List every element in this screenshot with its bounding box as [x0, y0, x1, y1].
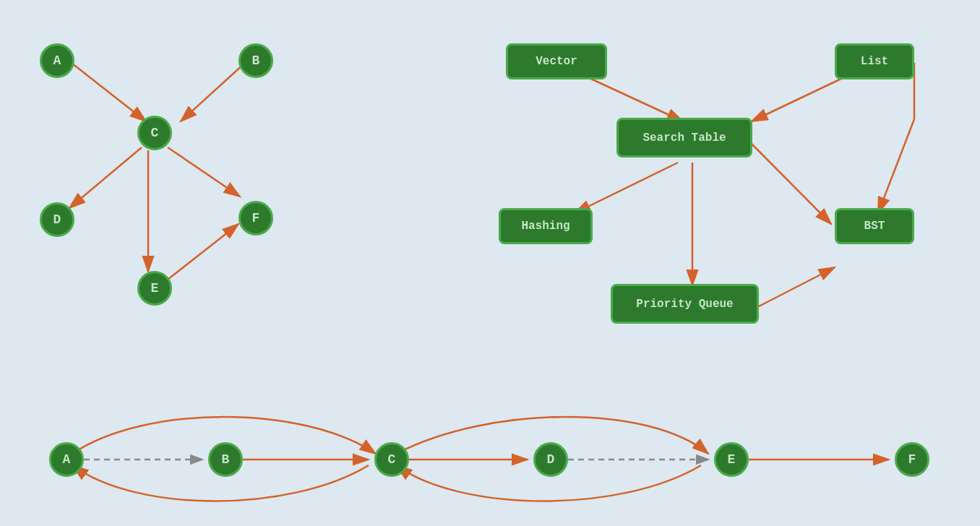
node-A-graph1: A	[40, 43, 74, 78]
svg-line-3	[72, 64, 146, 121]
svg-line-7	[168, 147, 240, 197]
node-D-graph1: D	[40, 202, 74, 237]
node-search-table: Search Table	[616, 118, 752, 158]
node-E-graph1: E	[137, 271, 172, 306]
node-E-graph3: E	[714, 442, 749, 477]
node-B-graph1: B	[238, 43, 273, 78]
svg-line-12	[878, 119, 914, 213]
node-list: List	[835, 43, 914, 79]
svg-line-8	[165, 224, 238, 282]
node-C-graph3: C	[374, 442, 409, 477]
svg-line-13	[575, 163, 678, 213]
svg-line-15	[750, 142, 831, 224]
node-C-graph1: C	[137, 116, 172, 150]
node-D-graph3: D	[533, 442, 568, 477]
svg-line-16	[757, 267, 835, 307]
node-A-graph3: A	[49, 442, 84, 477]
svg-line-5	[69, 147, 142, 208]
node-F-graph1: F	[238, 201, 273, 236]
svg-line-4	[181, 64, 244, 121]
node-F-graph3: F	[895, 442, 929, 477]
node-hashing: Hashing	[499, 208, 593, 244]
node-B-graph3: B	[208, 442, 243, 477]
node-bst: BST	[835, 208, 914, 244]
node-priority-queue: Priority Queue	[611, 284, 759, 324]
node-vector: Vector	[506, 43, 607, 79]
